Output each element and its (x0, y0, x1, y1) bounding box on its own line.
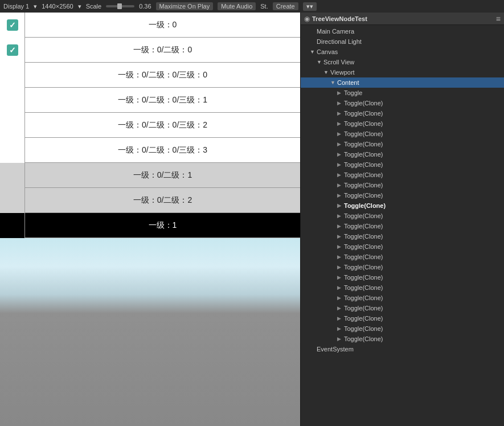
tree-item[interactable]: ▶Toggle(Clone) (301, 241, 504, 252)
create-button[interactable]: Create (273, 2, 298, 10)
extra-button[interactable]: ▾▾ (303, 2, 317, 11)
tree-item[interactable]: ▼Canvas (301, 47, 504, 57)
tree-item[interactable]: ▶Toggle(Clone) (301, 323, 504, 334)
toggle-checkbox[interactable]: ✓ (0, 13, 25, 38)
toggle-row[interactable]: ✓一级：0/二级：0 (0, 38, 300, 63)
toggle-row[interactable]: 一级：0/二级：0/三级：0 (0, 63, 300, 88)
tree-item[interactable]: ▶Toggle(Clone) (301, 139, 504, 149)
tree-arrow-icon[interactable]: ▼ (323, 69, 330, 75)
toggle-checkbox[interactable] (0, 63, 25, 88)
toggle-checkbox[interactable] (0, 163, 25, 188)
tree-item-label: Toggle(Clone) (344, 171, 504, 178)
tree-item[interactable]: ▶Toggle(Clone) (301, 118, 504, 129)
toggle-checkbox[interactable] (0, 213, 25, 238)
scale-slider[interactable] (106, 5, 134, 7)
tree-arrow-icon[interactable]: ▶ (337, 192, 344, 198)
tree-arrow-icon[interactable]: ▶ (337, 151, 344, 157)
toggle-row[interactable]: 一级：0/二级：1 (0, 163, 300, 188)
tree-arrow-icon[interactable]: ▶ (337, 264, 344, 270)
tree-arrow-icon[interactable]: ▶ (337, 90, 344, 96)
tree-item-label: Main Camera (317, 28, 504, 35)
hierarchy-title: TreeViewNodeTest (312, 15, 494, 22)
tree-arrow-icon[interactable]: ▶ (337, 213, 344, 219)
toggle-label: 一级：0/二级：2 (25, 195, 300, 206)
separator-1: ▾ (34, 3, 37, 10)
tree-item[interactable]: ▶Toggle(Clone) (301, 272, 504, 282)
tree-arrow-icon[interactable]: ▶ (337, 121, 344, 126)
tree-item[interactable]: ▶Toggle(Clone) (301, 252, 504, 262)
tree-item[interactable]: ▶Toggle(Clone) (301, 159, 504, 170)
tree-arrow-icon[interactable]: ▼ (310, 49, 317, 55)
toggle-checkbox[interactable] (0, 113, 25, 138)
tree-arrow-icon[interactable]: ▶ (337, 254, 344, 260)
tree-item[interactable]: ▶Toggle(Clone) (301, 180, 504, 190)
tree-item[interactable]: ▶Toggle(Clone) (301, 282, 504, 293)
toggle-row[interactable]: ✓一级：0 (0, 13, 300, 38)
toggle-row[interactable]: 一级：0/二级：0/三级：1 (0, 88, 300, 113)
tree-arrow-icon[interactable]: ▶ (337, 326, 344, 331)
tree-arrow-icon[interactable]: ▶ (337, 295, 344, 301)
tree-arrow-icon[interactable]: ▶ (337, 203, 344, 208)
tree-arrow-icon[interactable]: ▶ (337, 172, 344, 178)
tree-item[interactable]: ▶Toggle(Clone) (301, 211, 504, 221)
tree-arrow-icon[interactable]: ▶ (337, 100, 344, 106)
tree-item[interactable]: ▶Toggle(Clone) (301, 170, 504, 180)
tree-item[interactable]: ▶Toggle(Clone) (301, 221, 504, 231)
tree-arrow-icon[interactable]: ▼ (330, 80, 337, 85)
tree-arrow-icon[interactable]: ▶ (337, 285, 344, 290)
tree-item[interactable]: EventSystem (301, 344, 504, 354)
tree-item[interactable]: ▶Toggle (301, 88, 504, 98)
tree-item[interactable]: Main Camera (301, 26, 504, 36)
tree-item[interactable]: ▶Toggle(Clone) (301, 303, 504, 313)
scale-value: 0.36 (139, 3, 151, 10)
scene-icon: ◉ (304, 15, 310, 23)
tree-item[interactable]: ▶Toggle(Clone) (301, 313, 504, 323)
toggle-row[interactable]: 一级：1 (0, 213, 300, 238)
toggle-checkbox[interactable]: ✓ (0, 38, 25, 63)
tree-item[interactable]: ▶Toggle(Clone) (301, 190, 504, 200)
tree-item[interactable]: ▼Viewport (301, 67, 504, 77)
tree-arrow-icon[interactable]: ▶ (337, 275, 344, 280)
tree-item[interactable]: ▶Toggle(Clone) (301, 293, 504, 303)
tree-arrow-icon[interactable]: ▶ (337, 182, 344, 188)
tree-item[interactable]: ▶Toggle(Clone) (301, 149, 504, 159)
hierarchy-content[interactable]: Main Camera Directional Light▼Canvas▼Scr… (301, 25, 504, 426)
tree-item-label: Toggle(Clone) (344, 110, 504, 117)
hierarchy-menu-icon[interactable]: ≡ (496, 14, 501, 23)
tree-item[interactable]: Directional Light (301, 36, 504, 47)
tree-item-label: Toggle(Clone) (344, 253, 504, 260)
toggle-label: 一级：0/二级：0/三级：0 (25, 70, 300, 80)
tree-arrow-icon[interactable]: ▶ (337, 244, 344, 249)
tree-arrow-icon[interactable]: ▶ (337, 316, 344, 321)
toggle-row[interactable]: 一级：0/二级：0/三级：3 (0, 138, 300, 163)
tree-item-label: Toggle(Clone) (344, 161, 504, 168)
tree-item[interactable]: ▶Toggle(Clone) (301, 334, 504, 344)
mute-audio-button[interactable]: Mute Audio (218, 2, 256, 10)
tree-arrow-icon[interactable]: ▶ (337, 305, 344, 311)
display-label: Display 1 (3, 3, 29, 10)
tree-arrow-icon[interactable]: ▶ (337, 110, 344, 116)
tree-item-label: Toggle(Clone) (344, 223, 504, 230)
toggle-row[interactable]: 一级：0/二级：2 (0, 188, 300, 213)
tree-item[interactable]: ▼Scroll View (301, 57, 504, 67)
tree-item[interactable]: ▶Toggle(Clone) (301, 129, 504, 139)
toggle-checkbox[interactable] (0, 188, 25, 213)
tree-item[interactable]: ▶Toggle(Clone) (301, 108, 504, 118)
toggle-checkbox[interactable] (0, 88, 25, 113)
tree-arrow-icon[interactable]: ▶ (337, 131, 344, 137)
tree-arrow-icon[interactable]: ▶ (337, 162, 344, 167)
tree-item[interactable]: ▼Content (301, 77, 504, 88)
toggle-checkbox[interactable] (0, 138, 25, 163)
tree-arrow-icon[interactable]: ▶ (337, 223, 344, 229)
tree-arrow-icon[interactable]: ▼ (317, 59, 323, 65)
tree-item[interactable]: ▶Toggle(Clone) (301, 200, 504, 211)
maximize-on-play-button[interactable]: Maximize On Play (156, 2, 214, 10)
tree-arrow-icon[interactable]: ▶ (337, 141, 344, 147)
tree-arrow-icon[interactable]: ▶ (337, 336, 344, 342)
tree-item[interactable]: ▶Toggle(Clone) (301, 231, 504, 241)
toggle-row[interactable]: 一级：0/二级：0/三级：2 (0, 113, 300, 138)
tree-item[interactable]: ▶Toggle(Clone) (301, 98, 504, 108)
tree-arrow-icon[interactable]: ▶ (337, 234, 344, 239)
tree-item[interactable]: ▶Toggle(Clone) (301, 262, 504, 272)
hierarchy-header: ◉ TreeViewNodeTest ≡ (301, 13, 504, 25)
